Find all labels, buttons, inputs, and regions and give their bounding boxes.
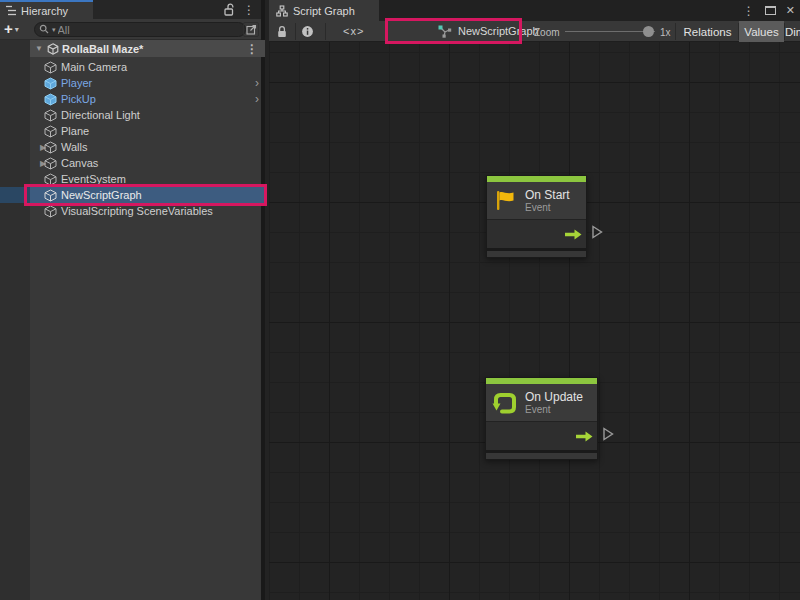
- values-button[interactable]: Values: [739, 21, 784, 42]
- tab-script-graph-label: Script Graph: [293, 5, 355, 17]
- foldout-closed-icon[interactable]: ▶: [30, 143, 44, 152]
- node-title: On Update: [525, 390, 583, 404]
- zoom-label: Zoom: [534, 27, 560, 38]
- lock-icon[interactable]: [276, 25, 288, 38]
- window-menu-icon[interactable]: ⋮: [743, 5, 755, 17]
- prefab-cube-icon: [44, 93, 57, 106]
- graph-asset-icon: [437, 24, 452, 38]
- tab-script-graph[interactable]: Script Graph: [269, 0, 379, 21]
- search-filter-caret-icon[interactable]: ▾: [52, 26, 56, 34]
- scene-menu-icon[interactable]: ⋮: [246, 43, 258, 55]
- graph-title-label: NewScriptGraph: [458, 25, 539, 37]
- search-icon: [39, 24, 50, 35]
- gameobject-cube-icon: [44, 157, 57, 170]
- search-input[interactable]: [58, 24, 208, 36]
- close-icon[interactable]: ✕: [786, 5, 795, 16]
- open-window-icon: [246, 24, 257, 35]
- caret-down-icon: ▾: [15, 25, 19, 34]
- unity-logo-icon: [47, 43, 59, 55]
- hierarchy-row-pickup[interactable]: PickUp ›: [30, 91, 265, 107]
- unity-editor-window: Hierarchy ⋮ + ▾ ▾: [0, 0, 800, 600]
- foldout-open-icon[interactable]: ▼: [34, 44, 44, 53]
- node-on-start[interactable]: On Start Event: [486, 175, 587, 258]
- hierarchy-list: ▼ RollaBall Maze* ⋮ Main Camera Player ›: [0, 40, 261, 600]
- hierarchy-tab-bar: Hierarchy ⋮: [0, 0, 261, 19]
- node-subtitle: Event: [525, 202, 570, 214]
- relations-button[interactable]: Relations: [677, 21, 738, 42]
- prefab-chevron-icon[interactable]: ›: [255, 77, 259, 89]
- hierarchy-row-main-camera[interactable]: Main Camera: [30, 59, 265, 75]
- hierarchy-search-box[interactable]: ▾: [34, 22, 246, 37]
- foldout-closed-icon[interactable]: ▶: [30, 159, 44, 168]
- node-title: On Start: [525, 188, 570, 202]
- blackboard-variables-button[interactable]: <x>: [343, 25, 364, 37]
- gameobject-cube-icon: [44, 141, 57, 154]
- gameobject-cube-icon: [44, 173, 57, 186]
- flow-output-arrow-icon[interactable]: [576, 431, 593, 442]
- zoom-slider-knob[interactable]: [643, 26, 654, 37]
- loop-icon: [492, 390, 518, 416]
- script-graph-panel: Script Graph ⋮ ✕ <x> NewScriptGraph Zoom…: [269, 0, 800, 600]
- graph-tab-icon: [276, 5, 288, 17]
- create-object-button[interactable]: + ▾: [4, 21, 30, 37]
- zoom-slider-track[interactable]: [565, 31, 655, 32]
- hierarchy-row-directional-light[interactable]: Directional Light: [30, 107, 265, 123]
- selected-row-gutter: [0, 187, 30, 203]
- gameobject-cube-icon: [44, 205, 57, 218]
- gameobject-cube-icon: [44, 189, 57, 202]
- hierarchy-row-scenevariables[interactable]: VisualScripting SceneVariables: [30, 203, 265, 219]
- maximize-icon[interactable]: [765, 6, 776, 15]
- node-subtitle: Event: [525, 404, 583, 416]
- scene-name: RollaBall Maze*: [62, 43, 143, 55]
- hierarchy-row-player[interactable]: Player ›: [30, 75, 265, 91]
- hierarchy-row-eventsystem[interactable]: EventSystem: [30, 171, 265, 187]
- hierarchy-toolbar: + ▾ ▾: [0, 19, 261, 40]
- node-footer: [487, 248, 586, 257]
- gameobject-cube-icon: [44, 125, 57, 138]
- script-graph-toolbar: <x> NewScriptGraph Zoom 1x Relations Val…: [269, 21, 800, 42]
- node-flow-row: [486, 421, 597, 450]
- tab-hierarchy-label: Hierarchy: [21, 5, 68, 17]
- graph-canvas[interactable]: On Start Event On Update Event: [269, 42, 800, 600]
- hierarchy-menu-icon[interactable]: ⋮: [243, 4, 255, 16]
- hierarchy-gutter: [0, 40, 30, 600]
- search-popout-button[interactable]: [243, 22, 259, 37]
- scene-header[interactable]: ▼ RollaBall Maze* ⋮: [30, 40, 265, 57]
- script-graph-tab-bar: Script Graph ⋮ ✕: [269, 0, 800, 21]
- info-icon[interactable]: [301, 25, 314, 38]
- graph-title-button[interactable]: NewScriptGraph: [437, 24, 539, 38]
- flag-icon: [493, 188, 518, 213]
- node-footer: [486, 450, 597, 459]
- node-flow-row: [487, 219, 586, 248]
- hierarchy-panel: Hierarchy ⋮ + ▾ ▾: [0, 0, 265, 600]
- gameobject-cube-icon: [44, 61, 57, 74]
- plus-icon: +: [4, 22, 13, 36]
- hierarchy-row-newscriptgraph[interactable]: NewScriptGraph: [30, 187, 265, 203]
- tab-hierarchy[interactable]: Hierarchy: [0, 0, 93, 19]
- output-port-icon[interactable]: [602, 427, 614, 441]
- prefab-chevron-icon[interactable]: ›: [255, 93, 259, 105]
- hierarchy-row-plane[interactable]: Plane: [30, 123, 265, 139]
- hierarchy-icon: [5, 5, 17, 16]
- output-port-icon[interactable]: [591, 225, 603, 239]
- unlock-icon[interactable]: [223, 3, 235, 16]
- gameobject-cube-icon: [44, 109, 57, 122]
- prefab-cube-icon: [44, 77, 57, 90]
- zoom-value: 1x: [660, 27, 671, 38]
- flow-output-arrow-icon[interactable]: [565, 229, 582, 240]
- hierarchy-row-walls[interactable]: ▶ Walls: [30, 139, 265, 155]
- hierarchy-row-canvas[interactable]: ▶ Canvas: [30, 155, 265, 171]
- node-on-update[interactable]: On Update Event: [485, 377, 598, 460]
- dim-button[interactable]: Dim: [785, 21, 800, 42]
